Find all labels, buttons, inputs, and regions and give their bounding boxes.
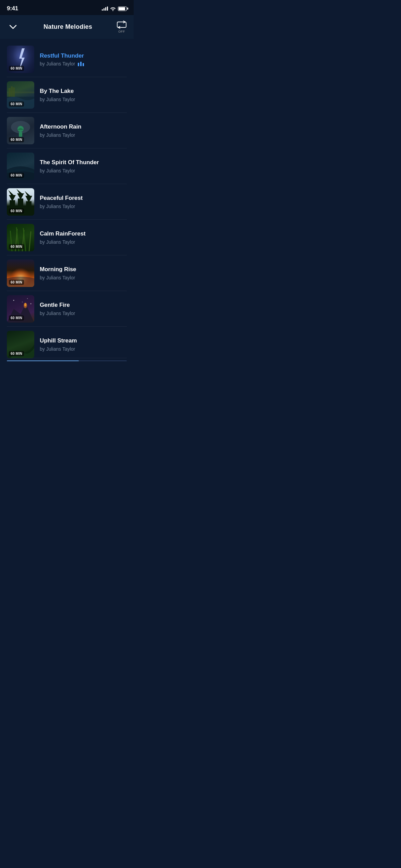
track-info: Uphill Stream by Julians Taylor (40, 337, 127, 352)
list-item[interactable]: 60 MIN Calm RainForest by Julians Taylor (0, 220, 134, 255)
track-info: Calm RainForest by Julians Taylor (40, 230, 127, 245)
playing-bars-icon (78, 61, 84, 66)
track-thumbnail: 60 MIN (7, 153, 34, 180)
svg-rect-13 (19, 132, 22, 137)
signal-icon (102, 7, 108, 11)
track-title: Peaceful Forest (40, 195, 127, 202)
track-info: By The Lake by Julians Taylor (40, 88, 127, 103)
track-artist: by Julians Taylor (40, 311, 75, 316)
scroll-progress-fill (7, 360, 79, 361)
list-item[interactable]: 60 MIN Afternoon Rain by Julians Taylor (0, 113, 134, 148)
repeat-label: OFF (118, 30, 125, 33)
track-thumbnail: 60 MIN (7, 81, 34, 109)
track-title: Restful Thunder (40, 52, 127, 59)
track-info: Morning Rise by Julians Taylor (40, 266, 127, 281)
wifi-icon (110, 7, 116, 11)
track-thumbnail: 60 MIN (7, 46, 34, 73)
duration-badge: 60 MIN (9, 244, 24, 249)
track-title: Afternoon Rain (40, 123, 127, 130)
track-artist: by Julians Taylor (40, 204, 75, 209)
svg-point-21 (13, 300, 14, 301)
svg-rect-9 (11, 86, 13, 97)
svg-rect-3 (78, 63, 79, 66)
battery-icon (118, 7, 127, 11)
track-thumbnail: 60 MIN (7, 117, 34, 144)
track-list: 60 MIN Restful Thunder by Julians Taylor (0, 39, 134, 365)
track-title: The Spirit Of Thunder (40, 159, 127, 166)
list-item[interactable]: 60 MIN Restful Thunder by Julians Taylor (0, 41, 134, 77)
duration-badge: 60 MIN (9, 66, 24, 71)
track-thumbnail: 60 MIN (7, 295, 34, 323)
track-title: Gentle Fire (40, 302, 127, 309)
list-item[interactable]: 60 MIN By The Lake by Julians Taylor (0, 77, 134, 113)
track-artist: by Julians Taylor (40, 346, 75, 352)
track-artist: by Julians Taylor (40, 168, 75, 173)
list-item[interactable]: 60 MIN Morning Rise by Julians Taylor (0, 255, 134, 291)
track-info: Restful Thunder by Julians Taylor (40, 52, 127, 67)
track-info: Peaceful Forest by Julians Taylor (40, 195, 127, 209)
track-title: Calm RainForest (40, 230, 127, 237)
page-title: Nature Melodies (44, 23, 92, 31)
track-artist: by Julians Taylor (40, 97, 75, 102)
list-item[interactable]: 60 MIN Peaceful Forest by Julians Taylor (0, 184, 134, 220)
svg-rect-10 (13, 87, 15, 97)
track-title: Morning Rise (40, 266, 127, 273)
track-thumbnail: 60 MIN (7, 260, 34, 287)
header: Nature Melodies OFF (0, 15, 134, 39)
duration-badge: 60 MIN (9, 101, 24, 107)
duration-badge: 60 MIN (9, 208, 24, 214)
list-item[interactable]: 60 MIN Uphill Stream by Julians Taylor (0, 327, 134, 358)
svg-point-23 (22, 302, 23, 302)
track-thumbnail: 60 MIN (7, 331, 34, 358)
svg-point-26 (24, 303, 26, 306)
duration-badge: 60 MIN (9, 137, 24, 142)
svg-point-22 (27, 298, 28, 299)
svg-rect-4 (80, 62, 82, 66)
repeat-icon (117, 21, 127, 29)
list-item[interactable]: 60 MIN The Spirit Of Thunder by Julians … (0, 148, 134, 184)
duration-badge: 60 MIN (9, 351, 24, 356)
track-thumbnail: 60 MIN (7, 224, 34, 251)
track-thumbnail: 60 MIN (7, 188, 34, 216)
track-artist: by Julians Taylor (40, 61, 75, 67)
status-icons (102, 7, 127, 11)
status-bar: 9:41 (0, 0, 134, 15)
svg-rect-8 (9, 88, 11, 97)
track-artist: by Julians Taylor (40, 132, 75, 138)
svg-rect-0 (117, 22, 126, 27)
repeat-button[interactable]: OFF (117, 21, 127, 33)
duration-badge: 60 MIN (9, 280, 24, 285)
duration-badge: 60 MIN (9, 315, 24, 321)
track-artist: by Julians Taylor (40, 239, 75, 245)
scroll-progress-bar (7, 360, 127, 361)
track-title: Uphill Stream (40, 337, 127, 344)
track-artist: by Julians Taylor (40, 275, 75, 280)
track-title: By The Lake (40, 88, 127, 95)
svg-point-24 (31, 303, 32, 304)
track-info: Gentle Fire by Julians Taylor (40, 302, 127, 316)
svg-rect-5 (83, 63, 84, 66)
track-info: The Spirit Of Thunder by Julians Taylor (40, 159, 127, 174)
track-info: Afternoon Rain by Julians Taylor (40, 123, 127, 138)
chevron-down-button[interactable] (7, 21, 19, 33)
svg-line-19 (29, 231, 31, 251)
status-time: 9:41 (7, 5, 18, 12)
duration-badge: 60 MIN (9, 173, 24, 178)
list-item[interactable]: 60 MIN Gentle Fire by Julians Taylor (0, 291, 134, 327)
